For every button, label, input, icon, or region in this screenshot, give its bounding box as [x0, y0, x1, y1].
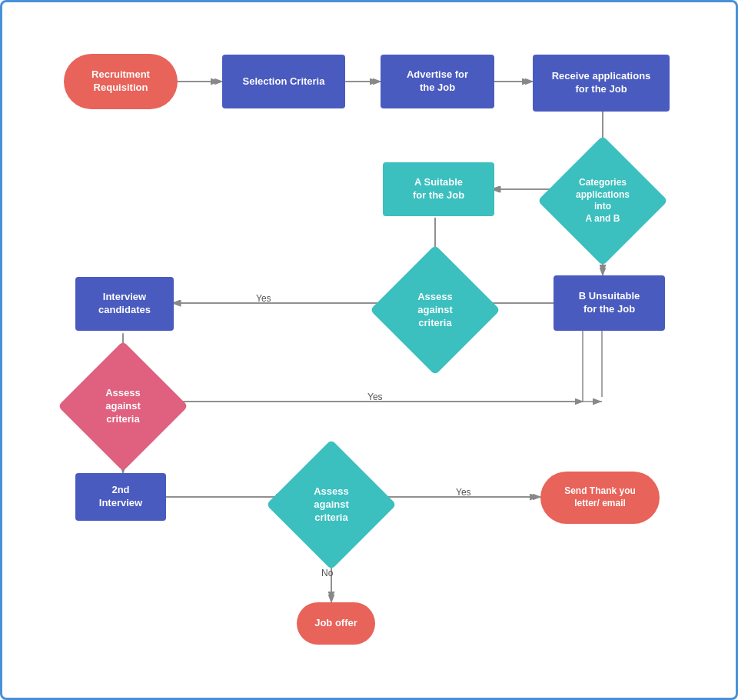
- assess2-node: Assess against criteria: [77, 360, 169, 452]
- advertise-node: Advertise for the Job: [381, 55, 494, 108]
- suitable-node: A Suitable for the Job: [383, 162, 494, 216]
- interview-node: Interview candidates: [75, 277, 174, 331]
- receive-node: Receive applications for the Job: [533, 55, 670, 112]
- flowchart-canvas: Yes No Yes Yes No Recruitment Requisitio…: [0, 0, 738, 700]
- unsuitable-node: B Unsuitable for the Job: [554, 275, 665, 331]
- interview2-node: 2nd Interview: [75, 473, 166, 521]
- yes3-label: Yes: [456, 487, 471, 498]
- yes1-label: Yes: [256, 293, 271, 304]
- selection-node: Selection Criteria: [222, 55, 345, 108]
- thankyou-node: Send Thank you letter/ email: [540, 472, 660, 524]
- yes2-label: Yes: [367, 392, 383, 402]
- assess3-node: Assess against criteria: [285, 458, 377, 551]
- assess1-node: Assess against criteria: [389, 264, 481, 356]
- categories-node: Categories applications into A and B: [557, 155, 649, 247]
- joboffer-node: Job offer: [297, 602, 375, 645]
- no2-label: No: [321, 568, 333, 578]
- recruitment-node: Recruitment Requisition: [64, 54, 178, 109]
